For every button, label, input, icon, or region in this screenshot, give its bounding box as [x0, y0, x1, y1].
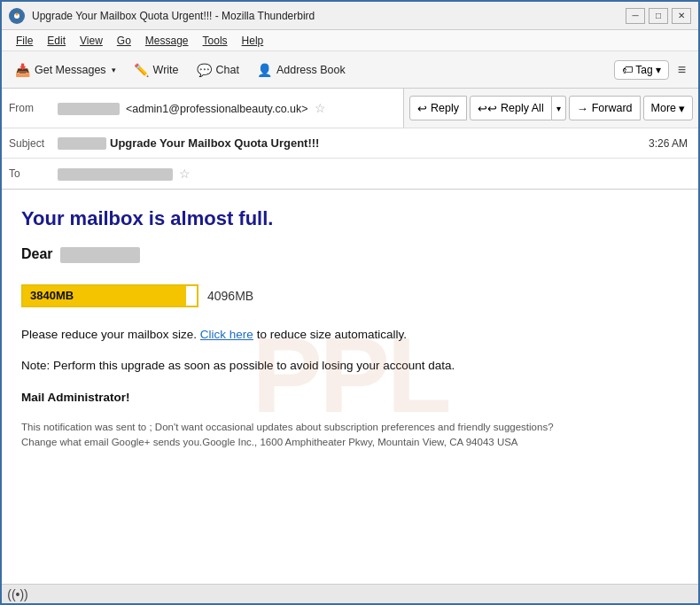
forward-button-group: → Forward — [569, 96, 641, 120]
tag-dropdown[interactable]: 🏷 Tag ▾ — [614, 60, 668, 80]
get-messages-dropdown-icon: ▾ — [112, 66, 116, 74]
menu-edit[interactable]: Edit — [40, 33, 73, 49]
get-messages-button[interactable]: 📥 Get Messages ▾ — [7, 56, 124, 84]
menu-view[interactable]: View — [73, 33, 110, 49]
quota-bar: 3840MB — [21, 284, 198, 307]
minimize-button[interactable]: ─ — [626, 8, 645, 24]
main-window: Upgrade Your Mailbox Quota Urgent!!! - M… — [0, 0, 700, 605]
menu-bar: File Edit View Go Message Tools Help — [2, 30, 698, 51]
tag-icon: 🏷 — [622, 64, 633, 76]
quota-total-label: 4096MB — [207, 289, 253, 303]
more-dropdown-icon: ▾ — [679, 102, 685, 115]
reply-all-icon: ↩↩ — [478, 102, 497, 115]
window-title: Upgrade Your Mailbox Quota Urgent!!! - M… — [32, 10, 626, 22]
get-messages-icon: 📥 — [15, 63, 30, 77]
menu-tools[interactable]: Tools — [196, 33, 235, 49]
reply-all-button[interactable]: ↩↩ Reply All — [470, 96, 552, 120]
subject-value: Upgrade Your Mailbox Quota Urgent!!! 3:2… — [58, 136, 691, 150]
wifi-icon: ((•)) — [9, 588, 27, 601]
reply-button[interactable]: ↩ Reply — [409, 96, 467, 120]
reply-all-dropdown-button[interactable]: ▾ — [552, 96, 566, 120]
title-bar: Upgrade Your Mailbox Quota Urgent!!! - M… — [2, 2, 698, 30]
from-email: <admin1@professionalbeauty.co.uk> — [126, 103, 308, 115]
from-label: From — [9, 102, 58, 114]
maximize-button[interactable]: □ — [649, 8, 668, 24]
chat-button[interactable]: 💬 Chat — [189, 56, 247, 84]
to-name-redacted — [58, 168, 173, 181]
reply-icon: ↩ — [417, 102, 427, 115]
subject-label: Subject — [9, 137, 58, 150]
click-here-link[interactable]: Click here — [200, 328, 253, 341]
quota-used-label: 3840MB — [23, 289, 74, 302]
email-headline: Your mailbox is almost full. — [21, 207, 679, 230]
to-row: To ☆ — [2, 159, 698, 189]
email-body: PPL Your mailbox is almost full. Dear 38… — [2, 190, 698, 584]
toolbar: 📥 Get Messages ▾ ✏️ Write 💬 Chat 👤 Addre… — [2, 51, 698, 89]
more-button[interactable]: More ▾ — [643, 96, 693, 120]
to-label: To — [9, 167, 58, 180]
forward-icon: → — [577, 102, 588, 115]
window-controls: ─ □ ✕ — [626, 8, 691, 24]
to-value: ☆ — [58, 167, 691, 182]
email-paragraph-2: Note: Perform this upgrade as soon as po… — [21, 356, 679, 376]
subject-row: Subject Upgrade Your Mailbox Quota Urgen… — [2, 128, 698, 159]
tag-dropdown-icon: ▾ — [656, 64, 661, 76]
from-value: <admin1@professionalbeauty.co.uk> ☆ — [58, 101, 396, 116]
chat-icon: 💬 — [197, 63, 212, 77]
write-icon: ✏️ — [134, 63, 149, 77]
email-header: From <admin1@professionalbeauty.co.uk> ☆… — [2, 89, 698, 190]
subject-time: 3:26 AM — [649, 137, 688, 150]
close-button[interactable]: ✕ — [672, 8, 691, 24]
subject-text: Upgrade Your Mailbox Quota Urgent!!! — [110, 136, 649, 150]
menu-go[interactable]: Go — [110, 33, 138, 49]
reply-all-button-group: ↩↩ Reply All ▾ — [470, 96, 566, 120]
menu-message[interactable]: Message — [138, 33, 196, 49]
app-icon — [9, 8, 25, 24]
to-star-icon[interactable]: ☆ — [179, 167, 191, 181]
address-book-icon: 👤 — [257, 63, 272, 77]
status-bar: ((•)) — [2, 584, 698, 603]
address-book-button[interactable]: 👤 Address Book — [249, 56, 354, 84]
dear-name-redacted — [60, 247, 140, 263]
email-paragraph-1: Please reduce your mailbox size. Click h… — [21, 325, 679, 345]
svg-point-2 — [16, 12, 19, 15]
email-footer-bold: Mail Administrator! — [21, 388, 679, 407]
forward-button[interactable]: → Forward — [569, 96, 641, 120]
email-dear: Dear — [21, 246, 679, 263]
hamburger-menu-button[interactable]: ≡ — [671, 58, 693, 81]
menu-help[interactable]: Help — [235, 33, 271, 49]
quota-container: 3840MB 4096MB — [21, 284, 679, 307]
subject-sender-redacted — [58, 137, 106, 150]
from-name-redacted — [58, 103, 120, 115]
reply-button-group: ↩ Reply — [409, 96, 467, 120]
star-icon[interactable]: ☆ — [315, 101, 326, 115]
email-footer-text: This notification was sent to ; Don't wa… — [21, 420, 679, 451]
menu-file[interactable]: File — [9, 33, 40, 49]
write-button[interactable]: ✏️ Write — [126, 56, 187, 84]
